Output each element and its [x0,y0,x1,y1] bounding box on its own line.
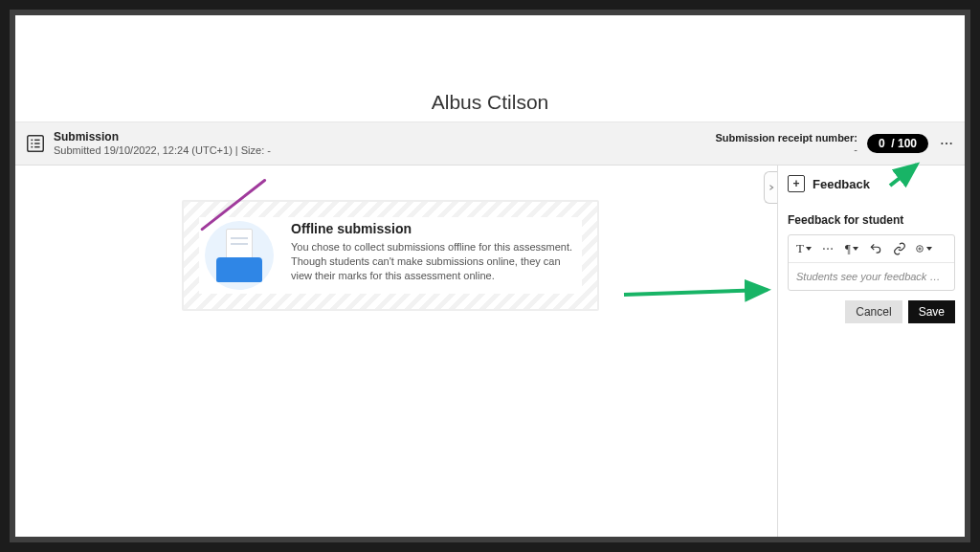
save-button[interactable]: Save [908,300,955,323]
svg-line-10 [624,290,768,295]
svg-point-12 [827,248,829,250]
add-feedback-icon[interactable]: + [788,175,805,192]
offline-submission-icon [205,221,274,290]
submission-bar: Submission Submitted 19/10/2022, 12:24 (… [15,122,965,166]
annotation-arrow-editor [624,280,777,313]
svg-point-9 [950,143,952,144]
text-style-button[interactable]: T [795,240,813,257]
student-name: Albus Ctilson [432,91,549,114]
submission-list-icon [25,133,46,154]
insert-plus-button[interactable] [915,240,932,257]
paragraph-button[interactable]: ¶ [843,240,860,257]
svg-point-13 [831,248,833,250]
score-got: 0 [879,137,885,150]
feedback-editor[interactable]: T ¶ Students see your feedback when you … [788,234,955,291]
svg-point-11 [823,248,825,250]
svg-point-8 [946,143,947,144]
offline-body: You chose to collect submissions offline… [291,240,576,283]
svg-point-7 [941,143,943,144]
student-name-header: Albus Ctilson [15,82,965,122]
editor-toolbar: T ¶ [789,235,954,263]
offline-heading: Offline submission [291,221,576,236]
offline-submission-card: Offline submission You chose to collect … [182,200,599,311]
receipt-label: Submission receipt number: [715,132,858,144]
collapse-panel-handle[interactable] [764,171,777,204]
feedback-panel: + Feedback Feedback for student T ¶ Stud… [777,166,965,537]
link-button[interactable] [891,240,908,257]
score-outof: 100 [898,137,917,150]
feedback-textarea[interactable]: Students see your feedback when you post… [789,263,954,290]
submission-title: Submission [54,130,271,144]
receipt-block: Submission receipt number: - [715,132,858,155]
header-blank-area [15,15,965,82]
submission-viewer: Offline submission You chose to collect … [15,166,777,537]
more-formatting-button[interactable] [819,240,836,257]
cancel-button[interactable]: Cancel [845,300,902,323]
submission-meta: Submitted 19/10/2022, 12:24 (UTC+1) | Si… [54,144,271,157]
score-sep: / [891,137,894,150]
undo-button[interactable] [867,240,884,257]
receipt-value: - [715,144,858,155]
feedback-subheader: Feedback for student [778,198,965,234]
more-options-button[interactable] [938,135,955,152]
feedback-header: Feedback [813,177,870,191]
score-pill[interactable]: 0 / 100 [867,134,928,153]
